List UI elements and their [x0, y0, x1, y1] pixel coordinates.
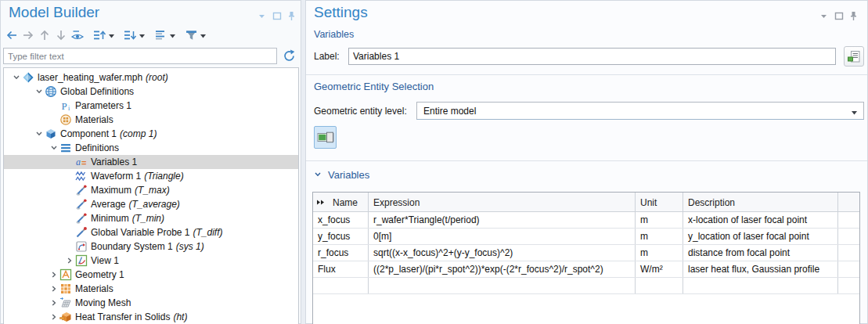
tree-item-moving-mesh[interactable]: Moving Mesh	[4, 296, 298, 310]
chevron-expanded-icon[interactable]	[48, 142, 59, 153]
list-down-icon[interactable]	[122, 27, 138, 43]
column-header-description: Description	[683, 193, 838, 211]
eye-icon[interactable]	[70, 27, 85, 43]
label-field-caption: Label:	[314, 51, 340, 62]
chevron-expanded-icon[interactable]	[10, 72, 22, 83]
settings-title: Settings	[314, 4, 368, 21]
cell-name[interactable]: Flux	[313, 261, 369, 277]
tree-item-minimum[interactable]: Minimum(T_min)	[4, 211, 298, 225]
expand-up-dropdown-caret-icon[interactable]	[107, 27, 116, 43]
tree-item-average[interactable]: Average(T_average)	[4, 197, 298, 211]
tree-item-global-definitions[interactable]: Global Definitions	[4, 85, 298, 99]
geometric-entity-level-select[interactable]: Entire model	[416, 102, 864, 120]
tree-item-label: Global Variable Probe 1	[91, 227, 190, 238]
chevron-collapsed-icon[interactable]	[48, 283, 59, 294]
float-window-icon[interactable]	[834, 11, 844, 21]
variables-table: NameExpressionUnitDescriptionx_focusr_wa…	[312, 192, 860, 324]
geometric-entity-level-value: Entire model	[423, 106, 476, 117]
cell-unit[interactable]: m	[636, 245, 683, 261]
menu-chevron-icon[interactable]	[257, 11, 267, 21]
tree-item-waveform-1[interactable]: Waveform 1(Triangle)	[4, 169, 298, 183]
tree-item-laser-heating-wafer-mph[interactable]: laser_heating_wafer.mph(root)	[4, 70, 298, 85]
active-selection-toggle-button[interactable]	[314, 126, 337, 149]
tree-filter-input[interactable]	[3, 48, 277, 64]
collapse-levels-dropdown-caret-icon[interactable]	[168, 27, 177, 43]
arrow-right-icon[interactable]	[20, 27, 36, 43]
arrow-up-icon[interactable]	[37, 27, 52, 43]
cell-unit[interactable]: m	[636, 229, 683, 244]
cell-expression[interactable]: sqrt((x-x_focus)^2+(y-y_focus)^2)	[369, 245, 636, 261]
pin-icon[interactable]	[286, 11, 297, 21]
tree-item-materials[interactable]: Materials	[4, 282, 298, 296]
tree-item-variables-1[interactable]: a=Variables 1	[4, 155, 298, 169]
label-input[interactable]	[348, 48, 836, 65]
tree-item-component-1[interactable]: Component 1(comp 1)	[4, 127, 298, 141]
tree-item-tag: (ht)	[173, 311, 187, 322]
chevron-expanded-icon[interactable]	[33, 128, 45, 139]
variables-table-header-row: NameExpressionUnitDescription	[313, 193, 859, 212]
chevron-expanded-icon[interactable]	[314, 171, 323, 180]
globe-icon	[45, 85, 58, 98]
geometry-icon	[59, 268, 73, 281]
chevron-expanded-icon[interactable]	[33, 86, 45, 97]
materials-global-icon	[59, 113, 73, 126]
chevron-collapsed-icon[interactable]	[48, 269, 59, 280]
forward-group	[20, 27, 36, 43]
cell-unit[interactable]	[636, 278, 683, 293]
mph-file-icon	[22, 71, 35, 84]
tree-item-definitions[interactable]: Definitions	[4, 141, 298, 155]
tree-item-parameters-1[interactable]: PiParameters 1	[4, 99, 298, 113]
section-variables-header[interactable]: Variables	[314, 169, 369, 181]
probe-icon	[75, 184, 88, 196]
menu-chevron-icon[interactable]	[819, 11, 829, 21]
cell-unit[interactable]: W/m²	[636, 261, 683, 277]
cell-expression[interactable]: 0[m]	[369, 229, 636, 244]
tree-item-heat-transfer-in-solids[interactable]: Heat Transfer in Solids(ht)	[4, 310, 298, 324]
model-tree-filter-dropdown-caret-icon[interactable]	[199, 27, 207, 43]
cell-name[interactable]	[313, 278, 369, 293]
view-icon	[75, 254, 88, 267]
tree-item-label: Average	[91, 199, 125, 210]
arrow-down-icon[interactable]	[53, 27, 69, 43]
list-up-icon[interactable]	[92, 27, 107, 43]
cell-description[interactable]	[683, 278, 838, 293]
cell-name[interactable]: r_focus	[313, 245, 369, 261]
tree-item-label: Variables 1	[91, 157, 137, 167]
description-doc-button[interactable]	[844, 46, 864, 67]
refresh-icon[interactable]	[280, 48, 298, 64]
cell-unit[interactable]: m	[636, 212, 683, 228]
funnel-icon[interactable]	[183, 27, 199, 43]
tree-item-label: Minimum	[91, 213, 129, 224]
cell-expression[interactable]: r_wafer*Triangle(t/period)	[369, 212, 636, 228]
tree-item-maximum[interactable]: Maximum(T_max)	[4, 183, 298, 197]
tree-item-global-variable-probe-1[interactable]: Global Variable Probe 1(T_diff)	[4, 225, 298, 239]
cell-extra	[838, 261, 860, 277]
expand-down-dropdown-caret-icon[interactable]	[138, 27, 146, 43]
cell-expression[interactable]: ((2*p_laser)/(pi*r_spot^2))*exp(-(2*r_fo…	[369, 261, 636, 277]
pin-icon[interactable]	[848, 11, 859, 21]
tree-item-boundary-system-1[interactable]: Boundary System 1(sys 1)	[4, 239, 298, 254]
settings-panel: Settings Variables Label: Geometric Enti…	[305, 0, 868, 324]
tree-item-geometry-1[interactable]: Geometry 1	[4, 268, 298, 282]
svg-text:a: a	[76, 157, 81, 167]
cell-name[interactable]: x_focus	[313, 212, 369, 228]
cell-name[interactable]: y_focus	[313, 229, 369, 244]
tree-item-view-1[interactable]: View 1	[4, 254, 298, 268]
tree-item-tag: (comp 1)	[120, 128, 157, 139]
chevron-collapsed-icon[interactable]	[48, 297, 59, 308]
list-collapse-icon[interactable]	[153, 27, 168, 43]
model-builder-window-controls	[257, 11, 297, 21]
separator	[306, 74, 867, 75]
model-tree-filter-group	[183, 27, 207, 43]
chevron-collapsed-icon[interactable]	[48, 311, 59, 322]
chevron-collapsed-icon[interactable]	[63, 255, 75, 266]
arrow-left-icon[interactable]	[4, 27, 20, 43]
cell-description[interactable]: distance from focal point	[683, 245, 838, 261]
tree-item-materials[interactable]: Materials	[4, 113, 298, 127]
cell-description[interactable]: x-location of laser focal point	[683, 212, 838, 228]
float-window-icon[interactable]	[272, 11, 282, 21]
cell-description[interactable]: laser heat flux, Gaussian profile	[683, 261, 838, 277]
cell-description[interactable]: y_location of laser focal point	[683, 229, 838, 244]
cell-expression[interactable]	[369, 278, 636, 293]
definitions-icon	[59, 142, 73, 154]
